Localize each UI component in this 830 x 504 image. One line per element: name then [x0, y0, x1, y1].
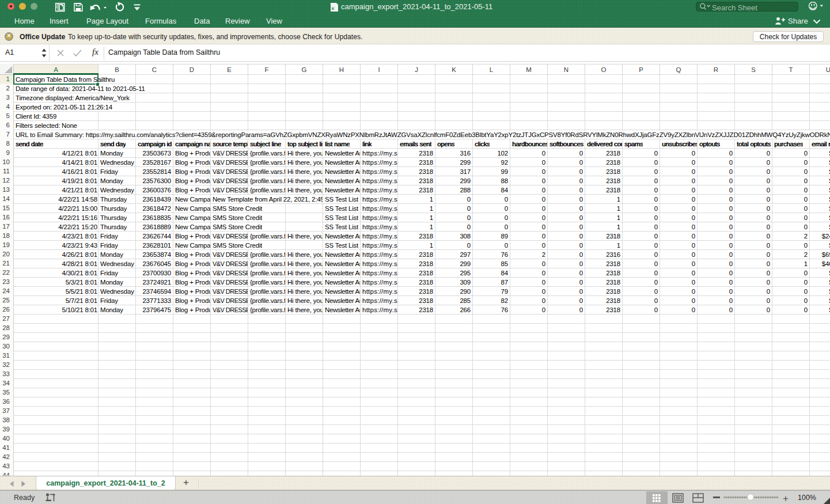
svg-text:x: x [331, 6, 334, 11]
